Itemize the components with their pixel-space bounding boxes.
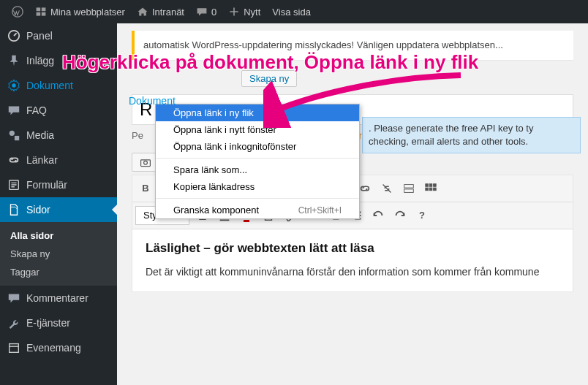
svg-rect-1 [37, 7, 41, 11]
wp-logo[interactable] [6, 0, 29, 23]
site-home[interactable]: Intranät [131, 0, 190, 23]
svg-point-7 [10, 131, 15, 136]
sites-icon [35, 6, 47, 18]
sidebar-label: Inlägg [26, 55, 54, 66]
svg-rect-23 [426, 188, 429, 191]
sidebar-item-events[interactable]: Evenemang [0, 335, 117, 360]
sidebar-item-faq[interactable]: FAQ [0, 98, 117, 123]
undo-icon [372, 209, 385, 222]
permalink-prefix: Pe [132, 130, 143, 141]
more-icon [402, 182, 415, 195]
sidebar-label: Kommentarer [26, 292, 88, 304]
sidebar-label: Dokument [26, 80, 73, 91]
sidebar-item-eservices[interactable]: E-tjänster [0, 310, 117, 335]
comments-badge: 0 [211, 7, 216, 18]
annotation-arrow [263, 69, 468, 128]
ctx-copy-link[interactable]: Kopiera länkadress [156, 178, 359, 195]
link-icon [7, 153, 20, 167]
home-icon [137, 6, 148, 18]
wrench-icon [7, 316, 20, 329]
view-page[interactable]: Visa sida [266, 0, 317, 23]
sidebar-label: E-tjänster [26, 317, 70, 329]
sidebar-label: Evenemang [26, 342, 81, 354]
ctx-separator [156, 158, 359, 159]
svg-rect-4 [42, 12, 46, 16]
admin-sidebar: Panel Inlägg Dokument FAQ Media Länkar F… [0, 23, 117, 385]
view-page-label: Visa sida [272, 7, 311, 18]
my-sites-label: Mina webbplatser [50, 7, 125, 18]
sidebar-item-comments[interactable]: Kommentarer [0, 286, 117, 310]
svg-rect-22 [434, 183, 437, 186]
calendar-icon [7, 341, 20, 354]
ctx-save-link-as[interactable]: Spara länk som... [156, 161, 359, 178]
ctx-inspect-label: Granska komponent [173, 205, 259, 216]
document-link[interactable]: Dokument [129, 95, 176, 107]
sidebar-item-pages[interactable]: Sidor [0, 197, 117, 222]
sidebar-label: FAQ [26, 104, 47, 116]
chat-icon [7, 104, 20, 117]
svg-rect-19 [404, 188, 414, 192]
svg-point-6 [12, 83, 15, 87]
more-button[interactable] [399, 178, 419, 199]
sidebar-label: Formulär [26, 179, 67, 191]
bold-button[interactable]: B [135, 178, 156, 199]
editor-body[interactable]: Läslighet – gör webbtexten lätt att läsa… [132, 229, 573, 291]
sidebar-item-dokument[interactable]: Dokument [0, 73, 117, 98]
submenu-new-page[interactable]: Skapa ny [0, 245, 117, 263]
sidebar-label: Panel [26, 30, 53, 42]
comment-icon [7, 291, 20, 305]
sidebar-item-media[interactable]: Media [0, 123, 117, 148]
new-content[interactable]: Nytt [222, 0, 266, 23]
camera-icon [140, 156, 151, 168]
ctx-inspect[interactable]: Granska komponentCtrl+Skift+I [156, 202, 359, 218]
kitchen-sink-icon [424, 182, 437, 195]
svg-rect-9 [10, 344, 19, 353]
my-sites[interactable]: Mina webbplatser [29, 0, 131, 23]
redo-icon [393, 209, 407, 222]
svg-rect-21 [429, 183, 432, 186]
svg-rect-3 [37, 12, 41, 16]
redo-button[interactable] [390, 205, 410, 226]
sidebar-label: Sidor [26, 204, 50, 216]
submenu-all-pages[interactable]: Alla sidor [0, 226, 117, 245]
wordpress-icon [12, 6, 23, 18]
unlink-icon [380, 182, 393, 195]
pages-submenu: Alla sidor Skapa ny Taggar [0, 222, 117, 286]
svg-rect-2 [42, 7, 46, 11]
svg-rect-20 [426, 183, 429, 186]
pin-icon [7, 54, 20, 67]
unlink-button[interactable] [377, 178, 397, 199]
help-button[interactable]: ? [412, 205, 432, 226]
sidebar-label: Media [26, 129, 54, 141]
gear-icon [7, 79, 20, 92]
pages-icon [7, 203, 20, 216]
ctx-open-incognito[interactable]: Öppna länk i inkognitofönster [156, 138, 359, 155]
new-label: Nytt [244, 7, 260, 18]
content-paragraph: Det är viktigt att kommuninvånarna först… [146, 264, 559, 280]
submenu-tags[interactable]: Taggar [0, 263, 117, 281]
plus-icon [228, 6, 240, 18]
ctx-separator [156, 198, 359, 199]
dashboard-icon [7, 29, 20, 42]
svg-rect-24 [429, 188, 432, 191]
undo-button[interactable] [368, 205, 388, 226]
svg-point-11 [144, 161, 148, 164]
svg-rect-18 [404, 184, 414, 188]
link-icon [358, 182, 372, 195]
sidebar-label: Länkar [26, 154, 58, 166]
sidebar-item-forms[interactable]: Formulär [0, 172, 117, 197]
site-home-label: Intranät [152, 7, 184, 18]
media-icon [7, 129, 20, 142]
comments-count[interactable]: 0 [190, 0, 222, 23]
form-icon [7, 178, 20, 191]
sidebar-item-links[interactable]: Länkar [0, 148, 117, 172]
svg-rect-25 [434, 188, 437, 191]
comment-icon [196, 6, 208, 18]
sidebar-item-panel[interactable]: Panel [0, 23, 117, 48]
content-heading: Läslighet – gör webbtexten lätt att läsa [146, 241, 559, 256]
admin-toolbar: Mina webbplatser Intranät 0 Nytt Visa si… [0, 0, 588, 23]
toolbar-toggle-button[interactable] [421, 178, 441, 199]
annotation-text: Högerklicka på dokument, Öppna länk i ny… [62, 51, 581, 74]
ctx-inspect-shortcut: Ctrl+Skift+I [298, 205, 342, 216]
